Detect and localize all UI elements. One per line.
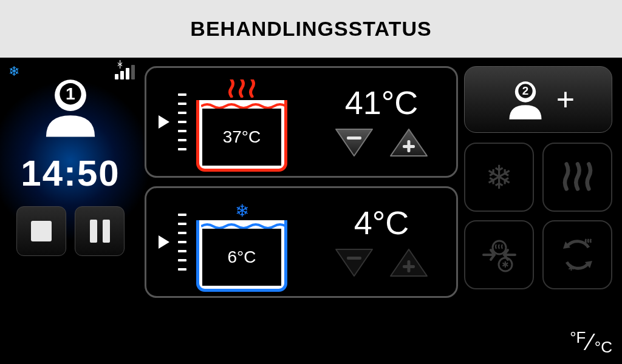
snowflake-icon: ❄ [235, 201, 249, 221]
heat-waves-icon [227, 79, 257, 98]
fahrenheit-label: °F [570, 328, 586, 347]
heat-waves-icon [561, 161, 594, 194]
hot-tank: 37°C [196, 82, 287, 172]
plus-icon: + [556, 81, 575, 118]
unit-toggle-button[interactable]: °F ∕ °C [570, 329, 612, 356]
svg-marker-9 [159, 235, 169, 249]
svg-text:✱: ✱ [502, 260, 509, 269]
slash-icon: ∕ [588, 329, 592, 356]
active-user-icon: 1 [35, 71, 106, 145]
compression-icon: ✱ [480, 235, 519, 274]
hot-increase-button[interactable] [386, 125, 432, 160]
cold-target-block: 4°C [318, 204, 445, 280]
mode-grid: ❄ ✱ [464, 143, 612, 289]
hot-active-indicator-icon [159, 115, 171, 129]
hot-tank-temp: 37°C [202, 109, 281, 166]
svg-rect-14 [408, 260, 411, 272]
hot-tank-card: 37°C 41°C [145, 66, 458, 178]
user-icon: 2 [502, 76, 549, 123]
celsius-label: °C [595, 338, 612, 357]
compression-signal-icon: ›|‹ [115, 64, 135, 79]
mode-contrast-button[interactable]: ✱ [542, 220, 612, 289]
main-content: ❄ ›|‹ 1 14:50 [0, 58, 622, 364]
cold-active-indicator-icon [159, 235, 171, 249]
svg-text:1: 1 [66, 84, 75, 103]
left-panel: ❄ ›|‹ 1 14:50 [0, 58, 141, 364]
add-user-button[interactable]: 2 + [464, 66, 612, 133]
cold-level-gauge-icon [178, 214, 186, 271]
cold-increase-button[interactable] [386, 245, 432, 280]
right-panel: 2 + ❄ [463, 58, 622, 364]
svg-rect-11 [347, 257, 361, 260]
page-header: BEHANDLINGSSTATUS [0, 0, 622, 58]
middle-panel: 37°C 41°C [141, 58, 463, 364]
svg-marker-3 [159, 115, 169, 129]
mode-compression-button[interactable]: ✱ [464, 220, 534, 289]
svg-text:2: 2 [522, 84, 528, 97]
svg-rect-5 [347, 136, 361, 140]
mode-ice-button[interactable]: ❄ [464, 143, 534, 212]
cold-tank-card: ❄ 6°C 4°C [145, 186, 458, 298]
cold-tank-temp: 6°C [202, 229, 281, 286]
contrast-cycle-icon: ✱ [559, 237, 596, 273]
mode-heat-button[interactable] [542, 143, 612, 212]
svg-marker-4 [336, 129, 372, 156]
hot-level-gauge-icon [178, 93, 186, 150]
page-title: BEHANDLINGSSTATUS [190, 17, 431, 41]
timer-display: 14:50 [21, 152, 120, 194]
snowflake-icon: ❄ [485, 158, 513, 197]
cold-decrease-button[interactable] [331, 245, 377, 280]
svg-marker-10 [336, 249, 372, 276]
stop-button[interactable] [16, 206, 66, 256]
timer-controls [16, 206, 125, 256]
hot-decrease-button[interactable] [331, 125, 377, 160]
cold-target-temp: 4°C [318, 204, 445, 241]
svg-rect-8 [408, 140, 411, 152]
snowflake-icon: ❄ [9, 64, 19, 79]
cold-tank: ❄ 6°C [196, 202, 287, 292]
hot-target-temp: 41°C [318, 84, 445, 121]
pause-button[interactable] [75, 206, 125, 256]
svg-text:✱: ✱ [568, 263, 575, 272]
hot-target-block: 41°C [318, 84, 445, 160]
